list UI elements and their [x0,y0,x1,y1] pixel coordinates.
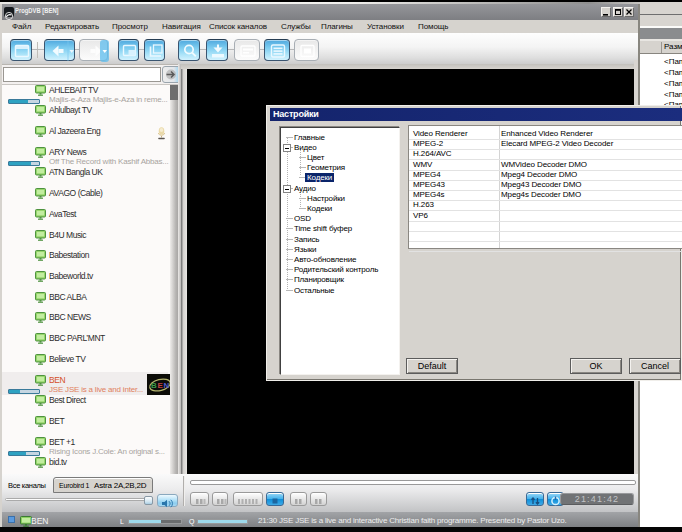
svg-text:N: N [164,381,170,390]
svg-text:B: B [151,381,157,390]
